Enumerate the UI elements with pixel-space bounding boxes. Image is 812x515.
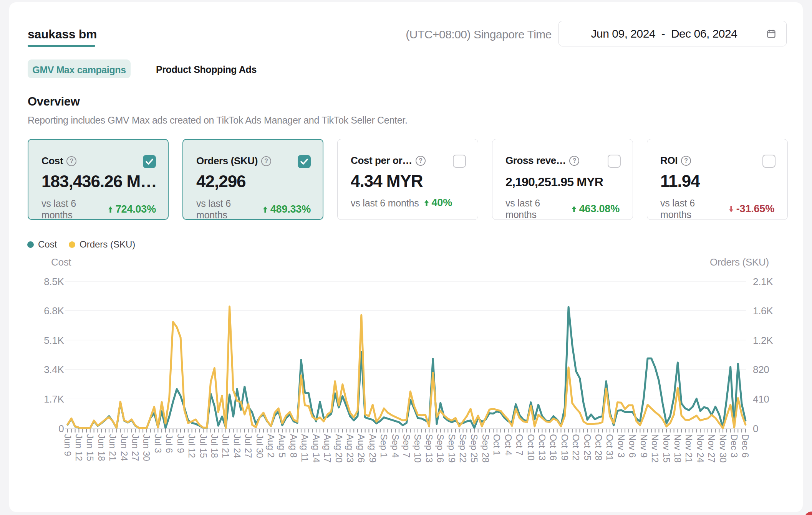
svg-text:Oct 22: Oct 22 (571, 434, 581, 461)
svg-text:Jun 27: Jun 27 (130, 434, 141, 461)
svg-text:Sep 28: Sep 28 (481, 434, 491, 462)
svg-text:Aug 11: Aug 11 (300, 434, 310, 462)
svg-text:Sep 4: Sep 4 (390, 434, 401, 457)
svg-text:Jun 15: Jun 15 (85, 434, 95, 461)
svg-text:Oct 13: Oct 13 (537, 434, 547, 461)
svg-text:Aug 29: Aug 29 (368, 434, 378, 462)
svg-text:1.7K: 1.7K (44, 393, 64, 405)
svg-text:Jul 24: Jul 24 (232, 434, 242, 458)
svg-text:Nov 30: Nov 30 (718, 434, 728, 462)
svg-text:Jul 15: Jul 15 (198, 434, 209, 458)
svg-text:3.4K: 3.4K (44, 364, 64, 375)
svg-text:Jun 30: Jun 30 (141, 434, 152, 461)
svg-text:0: 0 (753, 423, 758, 434)
svg-text:Oct 28: Oct 28 (593, 434, 604, 461)
svg-text:Jun 18: Jun 18 (96, 434, 107, 461)
svg-text:Cost: Cost (51, 256, 71, 268)
svg-text:Sep 22: Sep 22 (458, 434, 468, 462)
svg-text:8.5K: 8.5K (44, 276, 64, 287)
svg-text:Nov 18: Nov 18 (673, 434, 683, 462)
svg-text:0: 0 (58, 423, 64, 434)
svg-text:Jul 3: Jul 3 (153, 434, 163, 453)
svg-text:Oct 1: Oct 1 (492, 434, 502, 456)
svg-text:Aug 20: Aug 20 (334, 434, 344, 462)
svg-text:5.1K: 5.1K (44, 335, 64, 346)
svg-text:Jul 9: Jul 9 (176, 434, 186, 453)
svg-text:Sep 25: Sep 25 (469, 434, 479, 462)
svg-text:Nov 21: Nov 21 (684, 434, 694, 462)
svg-text:Sep 16: Sep 16 (435, 434, 446, 462)
svg-text:Nov 6: Nov 6 (627, 434, 638, 457)
svg-text:Jul 6: Jul 6 (164, 434, 174, 453)
svg-text:Jul 18: Jul 18 (209, 434, 220, 458)
svg-text:Dec 3: Dec 3 (729, 434, 739, 457)
svg-text:Oct 10: Oct 10 (526, 434, 536, 461)
svg-text:Nov 9: Nov 9 (639, 434, 649, 457)
svg-text:Nov 27: Nov 27 (706, 434, 717, 462)
svg-text:Oct 7: Oct 7 (514, 434, 525, 456)
svg-text:Aug 14: Aug 14 (311, 434, 321, 462)
svg-text:Oct 25: Oct 25 (582, 434, 593, 461)
svg-text:Sep 13: Sep 13 (424, 434, 434, 462)
svg-text:Dec 6: Dec 6 (740, 434, 751, 457)
svg-text:Oct 19: Oct 19 (560, 434, 570, 461)
svg-text:Sep 19: Sep 19 (447, 434, 457, 462)
svg-text:Jun 12: Jun 12 (74, 434, 84, 461)
svg-text:Sep 7: Sep 7 (401, 434, 412, 457)
svg-text:Jun 21: Jun 21 (108, 434, 118, 461)
svg-text:Aug 5: Aug 5 (277, 434, 287, 457)
svg-text:2.1K: 2.1K (753, 276, 773, 287)
svg-text:1.6K: 1.6K (753, 305, 773, 317)
svg-text:Nov 24: Nov 24 (695, 434, 706, 462)
svg-text:Jul 30: Jul 30 (255, 434, 265, 458)
svg-text:Aug 2: Aug 2 (266, 434, 276, 457)
svg-text:Aug 23: Aug 23 (345, 434, 355, 462)
svg-text:Aug 26: Aug 26 (356, 434, 366, 462)
svg-text:Sep 10: Sep 10 (413, 434, 423, 462)
svg-text:410: 410 (753, 393, 769, 405)
svg-text:Nov 12: Nov 12 (650, 434, 660, 462)
svg-text:Aug 8: Aug 8 (288, 434, 299, 457)
svg-text:Jul 12: Jul 12 (187, 434, 197, 458)
svg-text:Oct 4: Oct 4 (503, 434, 514, 456)
svg-text:Nov 3: Nov 3 (616, 434, 626, 457)
svg-text:Jul 27: Jul 27 (243, 434, 254, 458)
svg-text:Oct 16: Oct 16 (548, 434, 558, 461)
svg-text:Jun 24: Jun 24 (119, 434, 129, 461)
svg-text:Oct 31: Oct 31 (605, 434, 615, 461)
svg-text:Sep 1: Sep 1 (379, 434, 389, 457)
svg-text:Orders (SKU): Orders (SKU) (710, 256, 769, 268)
svg-text:6.8K: 6.8K (44, 305, 64, 317)
svg-text:Jun 9: Jun 9 (63, 434, 73, 456)
svg-text:Aug 17: Aug 17 (322, 434, 333, 462)
svg-text:820: 820 (753, 364, 769, 375)
svg-text:Nov 15: Nov 15 (661, 434, 672, 462)
svg-text:Jul 21: Jul 21 (220, 434, 231, 458)
svg-text:1.2K: 1.2K (753, 335, 773, 346)
